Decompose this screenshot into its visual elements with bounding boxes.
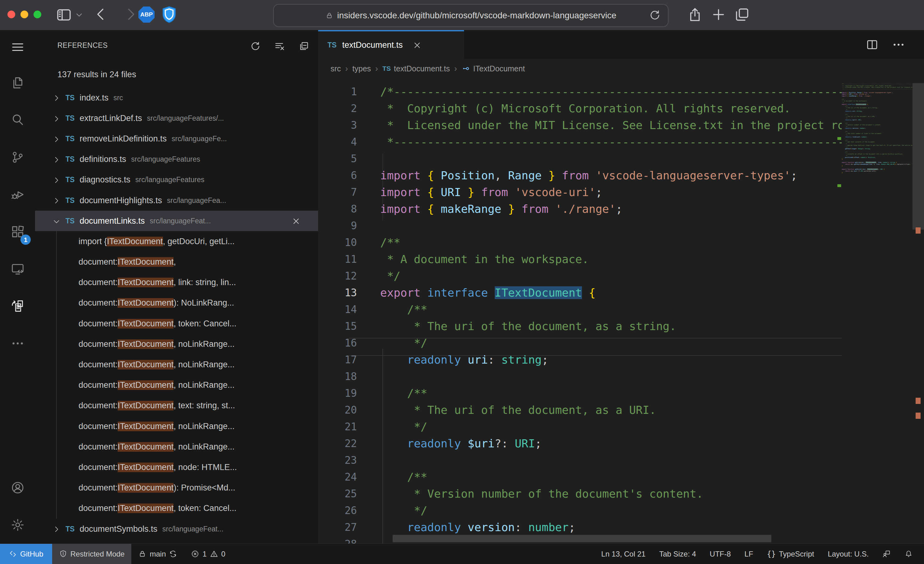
reference-result-row[interactable]: document: ITextDocument, noLinkRange... [35, 416, 318, 437]
address-bar[interactable]: insiders.vscode.dev/github/microsoft/vsc… [273, 4, 669, 27]
breadcrumb-item-src[interactable]: src [330, 64, 341, 73]
chevron-right-icon[interactable] [52, 114, 60, 123]
share-icon[interactable] [687, 6, 704, 23]
status-encoding[interactable]: UTF-8 [703, 544, 738, 564]
match-highlight: ITextDocument [118, 504, 174, 513]
reference-result-row[interactable]: import { ITextDocument, getDocUri, getLi… [35, 231, 318, 251]
reference-result-row[interactable]: document: ITextDocument): Promise<Md... [35, 478, 318, 498]
breadcrumb-item-textDocument.ts[interactable]: TStextDocument.ts [382, 64, 450, 73]
forward-button[interactable] [122, 6, 138, 22]
status-eol[interactable]: LF [738, 544, 760, 564]
back-button[interactable] [93, 6, 109, 22]
chevron-right-icon[interactable] [52, 154, 60, 164]
file-row-documentSymbols.ts[interactable]: TSdocumentSymbols.tssrc/languageFeat... [35, 519, 318, 539]
status-restricted-mode[interactable]: Restricted Mode [52, 544, 132, 564]
ts-file-icon: TS [382, 65, 391, 72]
code-editor[interactable]: 1234567891011121314151617181920212223242… [318, 78, 924, 543]
breadcrumb-item-ITextDocument[interactable]: ITextDocument [462, 64, 525, 73]
line-number: 7 [318, 184, 357, 201]
minimap[interactable]: /*--------------------------------------… [842, 78, 912, 543]
tab-overview-icon[interactable] [734, 6, 750, 23]
activity-item-search[interactable] [0, 102, 35, 139]
reference-result-row[interactable]: document: ITextDocument, token: Cancel..… [35, 498, 318, 519]
refresh-icon[interactable] [249, 39, 262, 53]
status-problems[interactable]: 10 [184, 544, 232, 564]
file-row-index.ts[interactable]: TSindex.tssrc [35, 87, 318, 108]
status-branch[interactable]: main [131, 544, 184, 564]
clear-results-icon[interactable] [273, 39, 286, 53]
window-zoom-button[interactable] [33, 10, 41, 18]
reference-result-row[interactable]: document: ITextDocument, [35, 252, 318, 272]
line-number: 24 [318, 469, 357, 486]
vertical-scrollbar[interactable] [912, 78, 924, 543]
status-remote-host[interactable]: GitHub [0, 544, 52, 564]
menu-icon[interactable] [0, 30, 35, 64]
file-row-definitions.ts[interactable]: TSdefinitions.tssrc/languageFeatures [35, 149, 318, 170]
sidebar-toggle-icon[interactable] [55, 6, 73, 24]
activity-item-remote-explorer[interactable] [0, 250, 35, 287]
ts-file-icon: TS [66, 135, 75, 143]
status-keyboard-layout[interactable]: Layout: U.S. [821, 544, 876, 564]
window-minimize-button[interactable] [21, 10, 28, 18]
line-number: 16 [318, 335, 357, 352]
chevron-right-icon[interactable] [52, 175, 60, 185]
file-row-diagnostics.ts[interactable]: TSdiagnostics.tssrc/languageFeatures [35, 170, 318, 190]
reference-result-row[interactable]: document: ITextDocument, noLinkRange... [35, 437, 318, 457]
line-number: 22 [318, 435, 357, 452]
activity-bar-bottom [0, 469, 35, 543]
reference-result-row[interactable]: document: ITextDocument): NoLinkRang... [35, 293, 318, 313]
reference-result-row[interactable]: document: ITextDocument, noLinkRange... [35, 354, 318, 375]
match-highlight: ITextDocument [118, 422, 174, 431]
reference-result-row[interactable]: document: ITextDocument, token: Cancel..… [35, 313, 318, 334]
shield-extension-icon[interactable] [161, 5, 177, 25]
file-row-documentHighlights.ts[interactable]: TSdocumentHighlights.tssrc/languageFea..… [35, 190, 318, 211]
editor-more-actions-icon[interactable] [891, 37, 906, 52]
chevron-right-icon[interactable] [52, 196, 60, 205]
activity-item-settings[interactable] [0, 506, 35, 543]
activity-item-references[interactable] [0, 287, 35, 325]
status-language-mode[interactable]: {}TypeScript [760, 544, 821, 564]
scrollbar-thumb[interactable] [912, 83, 924, 230]
file-path: src/languageFeat... [150, 217, 211, 225]
reference-result-row[interactable]: document: ITextDocument, noLinkRange... [35, 375, 318, 395]
tab-textdocument[interactable]: TS textDocument.ts [318, 30, 464, 59]
chevron-right-icon[interactable] [52, 524, 60, 534]
file-row-documentLinks.ts[interactable]: TSdocumentLinks.tssrc/languageFeat... [35, 211, 318, 231]
activity-item-run-and-debug[interactable] [0, 176, 35, 213]
status-feedback[interactable] [876, 544, 898, 564]
activity-item-source-control[interactable] [0, 139, 35, 176]
status-indentation[interactable]: Tab Size: 4 [652, 544, 703, 564]
adblock-extension-icon[interactable]: ABP [138, 6, 154, 22]
ts-file-icon: TS [66, 525, 75, 533]
split-editor-icon[interactable] [864, 37, 880, 52]
chevron-right-icon[interactable] [52, 93, 60, 103]
status-notifications[interactable] [898, 544, 920, 564]
match-highlight: ITextDocument [118, 380, 174, 390]
file-path: src/languageFeatures [135, 176, 204, 184]
activity-item-extensions[interactable]: 1 [0, 213, 35, 250]
new-tab-icon[interactable] [710, 6, 727, 23]
line-number: 19 [318, 385, 357, 402]
file-row-extractLinkDef.ts[interactable]: TSextractLinkDef.tssrc/languageFeatures/… [35, 108, 318, 129]
line-number: 10 [318, 234, 357, 251]
dismiss-file-icon[interactable] [291, 216, 301, 226]
collapse-all-icon[interactable] [297, 39, 311, 53]
file-row-removeLinkDefinition.ts[interactable]: TSremoveLinkDefinition.tssrc/languageFe.… [35, 129, 318, 149]
chevron-down-icon[interactable] [75, 11, 83, 19]
activity-item-accounts[interactable] [0, 469, 35, 506]
reference-result-row[interactable]: document: ITextDocument, noLinkRange... [35, 334, 318, 354]
status-cursor-position[interactable]: Ln 13, Col 21 [594, 544, 652, 564]
reload-icon[interactable] [649, 9, 661, 21]
reference-result-row[interactable]: document: ITextDocument, node: HTMLE... [35, 457, 318, 477]
reference-result-row[interactable]: document: ITextDocument, text: string, s… [35, 395, 318, 416]
file-path: src [113, 94, 123, 102]
chevron-down-icon[interactable] [52, 216, 60, 226]
activity-item-explorer[interactable] [0, 64, 35, 102]
horizontal-scrollbar-thumb[interactable] [393, 535, 771, 542]
reference-result-row[interactable]: document: ITextDocument, link: string, l… [35, 272, 318, 293]
breadcrumb-item-types[interactable]: types [352, 64, 371, 73]
chevron-right-icon[interactable] [52, 134, 60, 144]
window-close-button[interactable] [8, 10, 15, 18]
activity-item-more-views[interactable] [0, 325, 35, 362]
tab-close-icon[interactable] [412, 40, 422, 50]
